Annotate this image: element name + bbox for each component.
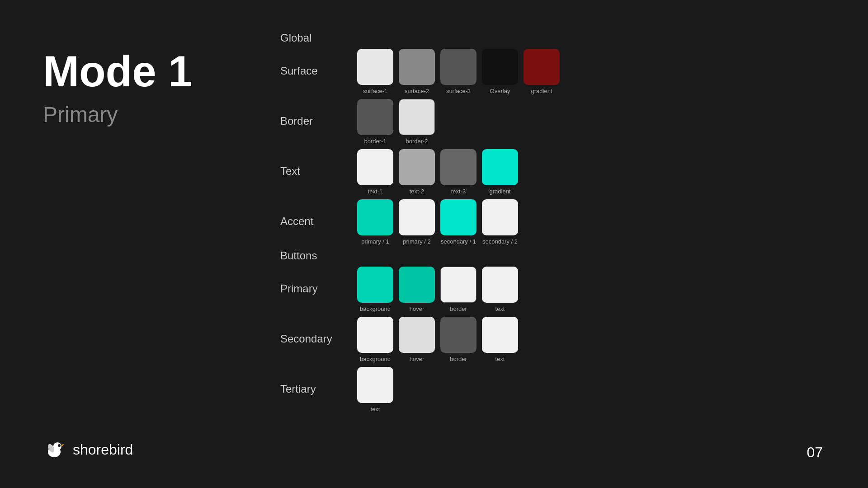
swatch-btn-p-border <box>440 267 476 303</box>
swatch-item-btn-p-bg: background <box>357 267 393 312</box>
swatch-label-border-1: border-1 <box>364 138 386 145</box>
swatch-surface-3 <box>440 49 476 85</box>
swatch-item-text-gradient: gradient <box>482 149 518 195</box>
swatch-border-2 <box>399 99 435 135</box>
swatch-item-surface-3: surface-3 <box>440 49 476 94</box>
swatch-label-text-gradient: gradient <box>490 188 511 195</box>
swatch-overlay <box>482 49 518 85</box>
swatch-item-btn-p-border: border <box>440 267 476 312</box>
swatch-btn-p-bg <box>357 267 393 303</box>
swatch-item-btn-s-bg: background <box>357 317 393 362</box>
swatch-label-btn-p-border: border <box>450 305 467 312</box>
buttons-label: Buttons <box>280 249 560 262</box>
swatch-item-surface-1: surface-1 <box>357 49 393 94</box>
logo-icon <box>43 438 66 461</box>
swatch-label-primary-2: primary / 2 <box>403 238 430 245</box>
swatch-border-1 <box>357 99 393 135</box>
border-swatches: border-1 border-2 <box>357 99 435 145</box>
svg-point-1 <box>53 442 61 450</box>
swatch-label-border-2: border-2 <box>406 138 428 145</box>
right-panel: Global Surface surface-1 surface-2 surfa… <box>280 32 560 417</box>
swatch-label-secondary-2: secondary / 2 <box>482 238 518 245</box>
swatch-item-gradient-surface: gradient <box>524 49 560 94</box>
swatch-item-secondary-2: secondary / 2 <box>482 199 518 245</box>
swatch-gradient-surface <box>524 49 560 85</box>
primary-subtitle: Primary <box>43 102 193 127</box>
swatch-surface-2 <box>399 49 435 85</box>
svg-marker-3 <box>61 444 64 446</box>
svg-point-2 <box>58 444 61 447</box>
text-label: Text <box>280 149 353 178</box>
swatch-secondary-1 <box>440 199 476 235</box>
swatch-label-btn-s-bg: background <box>360 356 391 362</box>
swatch-label-surface-3: surface-3 <box>446 88 471 94</box>
swatch-label-btn-s-border: border <box>450 356 467 362</box>
swatch-item-overlay: Overlay <box>482 49 518 94</box>
swatch-label-btn-s-text: text <box>495 356 505 362</box>
swatch-text-2 <box>399 149 435 185</box>
swatch-label-surface-2: surface-2 <box>405 88 429 94</box>
tertiary-buttons-swatches: text <box>357 367 393 413</box>
left-panel: Mode 1 Primary <box>43 50 193 127</box>
swatch-item-btn-t-text: text <box>357 367 393 413</box>
secondary-buttons-label: Secondary <box>280 317 353 345</box>
swatch-item-btn-s-border: border <box>440 317 476 362</box>
surface-swatches: surface-1 surface-2 surface-3 Overlay gr… <box>357 49 560 94</box>
tertiary-buttons-label: Tertiary <box>280 367 353 395</box>
swatch-btn-s-hover <box>399 317 435 353</box>
accent-swatches: primary / 1 primary / 2 secondary / 1 se… <box>357 199 518 245</box>
swatch-label-primary-1: primary / 1 <box>361 238 389 245</box>
swatch-item-secondary-1: secondary / 1 <box>440 199 476 245</box>
primary-buttons-swatches: background hover border text <box>357 267 518 312</box>
swatch-item-text-2: text-2 <box>399 149 435 195</box>
swatch-label-btn-t-text: text <box>371 406 380 413</box>
swatch-text-3 <box>440 149 476 185</box>
swatch-btn-s-bg <box>357 317 393 353</box>
swatch-label-text-1: text-1 <box>368 188 383 195</box>
swatch-label-overlay: Overlay <box>490 88 510 94</box>
swatch-primary-2 <box>399 199 435 235</box>
swatch-item-text-1: text-1 <box>357 149 393 195</box>
swatch-label-btn-p-text: text <box>495 305 505 312</box>
mode-title: Mode 1 <box>43 50 193 93</box>
swatch-btn-t-text <box>357 367 393 403</box>
swatch-btn-p-hover <box>399 267 435 303</box>
swatch-label-text-3: text-3 <box>451 188 466 195</box>
swatch-label-btn-s-hover: hover <box>410 356 425 362</box>
border-section: Border border-1 border-2 <box>280 99 560 145</box>
swatch-btn-s-border <box>440 317 476 353</box>
swatch-item-btn-s-text: text <box>482 317 518 362</box>
swatch-item-text-3: text-3 <box>440 149 476 195</box>
surface-label: Surface <box>280 49 353 77</box>
page-number: 07 <box>807 444 823 461</box>
swatch-label-secondary-1: secondary / 1 <box>441 238 476 245</box>
logo-area: shorebird <box>43 438 133 461</box>
swatch-surface-1 <box>357 49 393 85</box>
accent-section: Accent primary / 1 primary / 2 secondary… <box>280 199 560 245</box>
secondary-buttons-section: Secondary background hover border text <box>280 317 560 362</box>
logo-text: shorebird <box>73 441 133 458</box>
swatch-item-surface-2: surface-2 <box>399 49 435 94</box>
swatch-btn-s-text <box>482 317 518 353</box>
swatch-item-primary-2: primary / 2 <box>399 199 435 245</box>
global-label: Global <box>280 32 560 44</box>
tertiary-buttons-section: Tertiary text <box>280 367 560 413</box>
swatch-btn-p-text <box>482 267 518 303</box>
swatch-text-1 <box>357 149 393 185</box>
swatch-item-border-2: border-2 <box>399 99 435 145</box>
text-swatches: text-1 text-2 text-3 gradient <box>357 149 518 195</box>
swatch-secondary-2 <box>482 199 518 235</box>
swatch-item-border-1: border-1 <box>357 99 393 145</box>
primary-buttons-section: Primary background hover border text <box>280 267 560 312</box>
accent-label: Accent <box>280 199 353 228</box>
swatch-item-btn-p-text: text <box>482 267 518 312</box>
swatch-item-btn-p-hover: hover <box>399 267 435 312</box>
swatch-primary-1 <box>357 199 393 235</box>
swatch-item-btn-s-hover: hover <box>399 317 435 362</box>
swatch-label-gradient-surface: gradient <box>531 88 552 94</box>
swatch-label-surface-1: surface-1 <box>363 88 387 94</box>
swatch-item-primary-1: primary / 1 <box>357 199 393 245</box>
swatch-label-btn-p-bg: background <box>360 305 391 312</box>
secondary-buttons-swatches: background hover border text <box>357 317 518 362</box>
surface-section: Surface surface-1 surface-2 surface-3 Ov… <box>280 49 560 94</box>
